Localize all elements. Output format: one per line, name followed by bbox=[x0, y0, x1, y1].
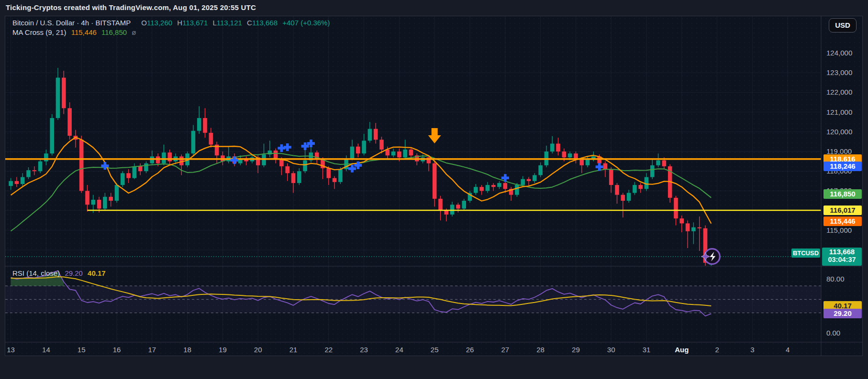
symbol-badge: BTCUSD bbox=[791, 249, 820, 258]
price-axis-label: 122,000 bbox=[826, 88, 852, 96]
time-axis-label: 2 bbox=[715, 346, 719, 354]
time-axis-label: 20 bbox=[254, 346, 262, 354]
time-axis-label: 14 bbox=[42, 346, 50, 354]
price-axis-label: 115,000 bbox=[826, 226, 852, 234]
low-value: 113,121 bbox=[217, 19, 242, 27]
time-axis-label: 19 bbox=[219, 346, 227, 354]
price-level-badge: 118,246 bbox=[823, 162, 862, 171]
time-axis-label: 13 bbox=[7, 346, 15, 354]
time-axis-label: 29 bbox=[572, 346, 580, 354]
price-level-badge: 116,017 bbox=[823, 206, 862, 215]
close-value: 113,668 bbox=[252, 19, 278, 27]
price-axis-label: 121,000 bbox=[826, 108, 852, 116]
time-axis-label: 31 bbox=[643, 346, 651, 354]
chart-background-texture bbox=[5, 16, 862, 356]
last-price-value: 113,668 bbox=[822, 248, 862, 256]
ma-cross-symbol: ø bbox=[132, 28, 136, 36]
footer-bar: TradingView bbox=[0, 356, 868, 379]
rsi-value: 29.20 bbox=[65, 269, 83, 277]
time-axis-label: 23 bbox=[360, 346, 368, 354]
time-axis-label: 21 bbox=[289, 346, 298, 354]
chart-widget[interactable] bbox=[5, 16, 863, 356]
ma-cross-legend[interactable]: MA Cross (9, 21) 115,446 116,850 ø bbox=[12, 28, 136, 36]
time-axis-label: 4 bbox=[786, 346, 790, 354]
time-axis-label: 26 bbox=[466, 346, 474, 354]
candle-countdown: 03:04:37 bbox=[822, 256, 862, 263]
price-level-badge: 116,850 bbox=[823, 189, 862, 199]
time-axis-label: 17 bbox=[148, 346, 156, 354]
rsi-legend[interactable]: RSI (14, close) 29.20 40.17 bbox=[12, 269, 106, 277]
price-axis-label: 124,000 bbox=[826, 49, 852, 57]
price-axis-label: 120,000 bbox=[826, 128, 852, 136]
time-axis-label: 30 bbox=[607, 346, 615, 354]
time-axis-label: 15 bbox=[78, 346, 86, 354]
time-axis-label: Aug bbox=[675, 346, 689, 354]
ma-cross-title[interactable]: MA Cross (9, 21) bbox=[12, 28, 67, 36]
attribution-text: Ticking-Cryptos created with TradingView… bbox=[6, 3, 256, 11]
close-label: C bbox=[247, 19, 252, 27]
time-axis-label: 24 bbox=[395, 346, 403, 354]
symbol-title[interactable]: Bitcoin / U.S. Dollar · 4h · BITSTAMP bbox=[12, 19, 131, 27]
attribution-bar: Ticking-Cryptos created with TradingView… bbox=[0, 0, 868, 16]
time-axis-label: 25 bbox=[431, 346, 439, 354]
rsi-axis-label: 0.00 bbox=[826, 329, 840, 337]
time-axis-label: 27 bbox=[501, 346, 509, 354]
time-axis-label: 16 bbox=[113, 346, 121, 354]
low-label: L bbox=[212, 19, 216, 27]
rsi-value-badge: 29.20 bbox=[823, 309, 862, 318]
price-level-badge: 115,446 bbox=[823, 217, 862, 226]
time-axis-label: 3 bbox=[750, 346, 754, 354]
open-label: O bbox=[141, 19, 147, 27]
time-axis-label: 18 bbox=[183, 346, 191, 354]
time-axis-label: 22 bbox=[324, 346, 333, 354]
currency-toggle-button[interactable]: USD bbox=[829, 18, 857, 32]
high-label: H bbox=[177, 19, 182, 27]
time-axis-label: 28 bbox=[536, 346, 545, 354]
price-axis-label: 123,000 bbox=[826, 68, 852, 76]
rsi-axis-label: 80.00 bbox=[826, 275, 845, 283]
ma-slow-value: 116,850 bbox=[101, 28, 127, 36]
change-value: +407 (+0.36%) bbox=[282, 19, 330, 27]
ma-fast-value: 115,446 bbox=[71, 28, 97, 36]
open-value: 113,260 bbox=[147, 19, 172, 27]
last-price-badge: 113,668 03:04:37 bbox=[822, 248, 862, 266]
rsi-title[interactable]: RSI (14, close) bbox=[12, 269, 60, 277]
high-value: 113,671 bbox=[182, 19, 208, 27]
rsi-ma-value: 40.17 bbox=[88, 269, 106, 277]
symbol-legend: Bitcoin / U.S. Dollar · 4h · BITSTAMP O1… bbox=[12, 19, 330, 27]
